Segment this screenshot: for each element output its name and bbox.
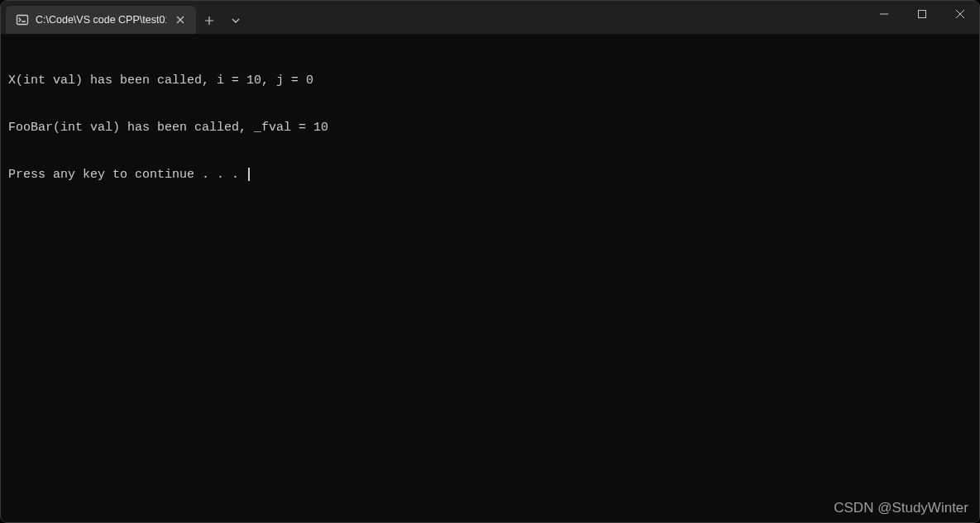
console-line: Press any key to continue . . .	[8, 167, 972, 183]
console-line: X(int val) has been called, i = 10, j = …	[8, 73, 972, 88]
console-line: FooBar(int val) has been called, _fval =…	[8, 120, 972, 136]
close-button[interactable]	[941, 1, 979, 27]
maximize-button[interactable]	[903, 1, 941, 27]
titlebar: C:\Code\VS code CPP\test01\c	[1, 1, 979, 34]
tab-title: C:\Code\VS code CPP\test01\c	[36, 14, 166, 26]
svg-rect-0	[17, 16, 28, 25]
minimize-button[interactable]	[865, 1, 903, 27]
terminal-icon	[16, 13, 29, 26]
console-text: Press any key to continue . . .	[8, 168, 246, 182]
terminal-window: C:\Code\VS code CPP\test01\c	[0, 0, 980, 523]
new-tab-button[interactable]	[196, 7, 222, 34]
tab-strip: C:\Code\VS code CPP\test01\c	[1, 1, 865, 34]
tab-close-button[interactable]	[173, 12, 188, 27]
svg-rect-1	[919, 11, 926, 18]
cursor	[248, 168, 250, 181]
tab-dropdown-button[interactable]	[222, 7, 249, 34]
tab-active[interactable]: C:\Code\VS code CPP\test01\c	[6, 6, 196, 34]
console-output[interactable]: X(int val) has been called, i = 10, j = …	[1, 34, 979, 522]
window-controls	[865, 1, 979, 34]
